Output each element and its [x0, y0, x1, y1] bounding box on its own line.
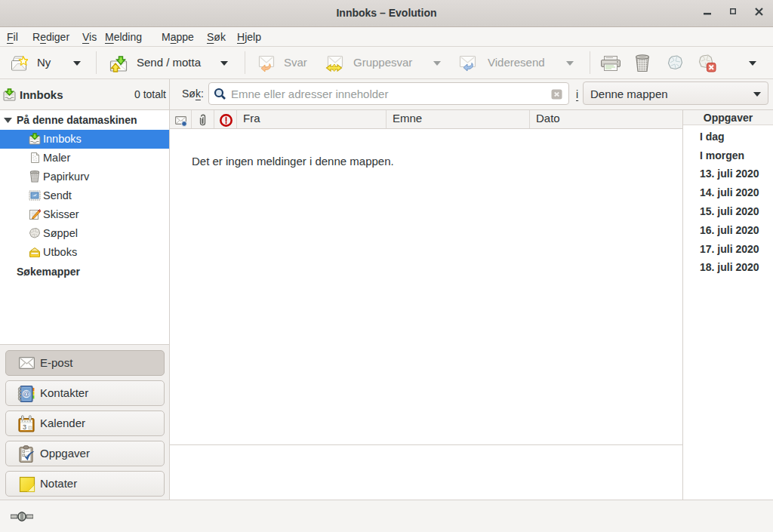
svg-text:@: @: [23, 389, 30, 398]
svg-text:3: 3: [23, 423, 26, 431]
